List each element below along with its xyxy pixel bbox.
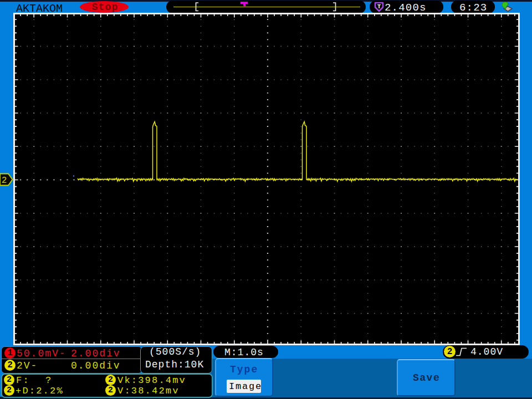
svg-text:T: T	[377, 3, 381, 10]
svg-text:2: 2	[2, 176, 7, 186]
